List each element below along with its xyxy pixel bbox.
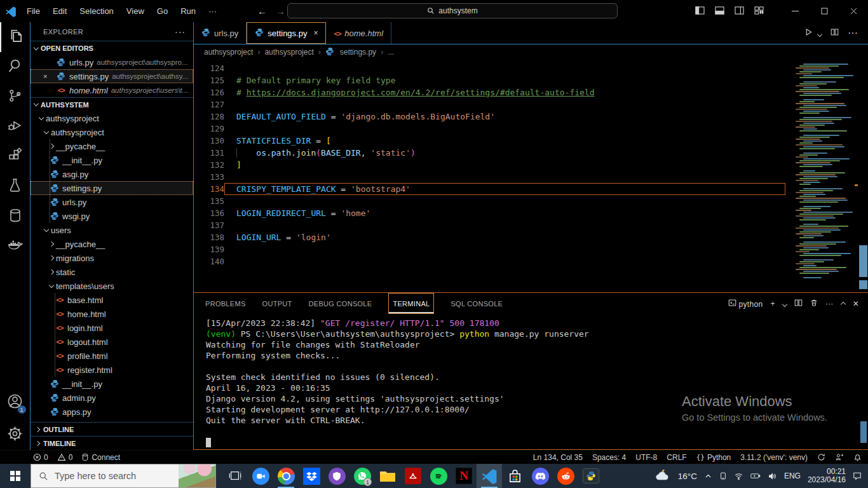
- tree-item-asgi.py[interactable]: asgi.py: [31, 167, 193, 181]
- kill-terminal-icon[interactable]: [810, 299, 818, 309]
- timeline-section[interactable]: TIMELINE: [31, 436, 193, 450]
- maximize-panel-icon[interactable]: [841, 299, 845, 308]
- status-utf-8[interactable]: UTF-8: [635, 453, 657, 462]
- activity-accounts[interactable]: 1: [0, 388, 31, 417]
- status-crlf[interactable]: CRLF: [667, 453, 686, 462]
- customize-layout-icon[interactable]: [754, 6, 764, 17]
- tree-item-logout.html[interactable]: <>logout.html: [31, 335, 193, 349]
- outline-section[interactable]: OUTLINE: [31, 422, 193, 436]
- explorer-actions-icon[interactable]: ···: [175, 27, 186, 37]
- terminal[interactable]: [15/Apr/2023 22:38:42] "GET /register/ H…: [194, 314, 868, 449]
- language-indicator[interactable]: ENG: [784, 471, 801, 480]
- tree-item-login.html[interactable]: <>login.html: [31, 321, 193, 335]
- tree-item-__pycache__[interactable]: __pycache__: [31, 139, 193, 153]
- editor-scrollbar[interactable]: [859, 245, 867, 277]
- editor-tab-home.html[interactable]: <>home.html: [326, 22, 391, 44]
- tree-item-wsgi.py[interactable]: wsgi.py: [31, 209, 193, 223]
- volume-icon[interactable]: [768, 472, 777, 480]
- tree-item-static[interactable]: static: [31, 265, 193, 279]
- new-terminal-icon[interactable]: +: [770, 299, 775, 308]
- minimap[interactable]: [796, 61, 857, 273]
- weather-icon[interactable]: [654, 468, 671, 484]
- taskbar-whatsapp[interactable]: 1: [349, 464, 375, 488]
- status-bell[interactable]: [853, 453, 862, 461]
- activity-docker[interactable]: [0, 231, 31, 261]
- phone-icon[interactable]: [719, 471, 727, 480]
- tree-item-urls.py[interactable]: urls.py: [31, 195, 193, 209]
- layout-sidebar-left-icon[interactable]: [695, 6, 705, 17]
- menu-item-selection[interactable]: Selection: [74, 4, 118, 18]
- menu-item-view[interactable]: View: [121, 4, 149, 18]
- status-braces-python[interactable]: {}Python: [696, 453, 731, 462]
- start-button[interactable]: [0, 464, 31, 488]
- panel-tab-output[interactable]: OUTPUT: [262, 293, 292, 314]
- activity-search[interactable]: [0, 52, 31, 82]
- activity-database[interactable]: [0, 201, 31, 231]
- editor-more-icon[interactable]: ···: [848, 27, 858, 39]
- tree-item-__init__.py[interactable]: __init__.py: [31, 153, 193, 167]
- split-terminal-icon[interactable]: [794, 299, 803, 309]
- panel-tab-sql-console[interactable]: SQL CONSOLE: [451, 293, 503, 314]
- taskbar-chrome[interactable]: [273, 464, 299, 488]
- close-icon[interactable]: ×: [43, 72, 47, 80]
- search-highlight-art[interactable]: [179, 464, 215, 487]
- tree-item-authsysproject[interactable]: authsysproject: [31, 111, 193, 125]
- taskbar-reddit[interactable]: [553, 464, 578, 488]
- panel-tab-debug-console[interactable]: DEBUG CONSOLE: [309, 293, 372, 314]
- close-panel-icon[interactable]: ✕: [853, 299, 859, 308]
- terminal-scrollbar[interactable]: [860, 421, 867, 443]
- taskbar-netflix[interactable]: N: [451, 464, 477, 488]
- tree-root-header[interactable]: AUTHSYSTEM: [31, 97, 193, 111]
- tree-item-admin.py[interactable]: admin.py: [31, 391, 193, 405]
- breadcrumb-item[interactable]: ...: [388, 48, 394, 57]
- tab-close-icon[interactable]: ×: [313, 29, 318, 37]
- tree-item-home.html[interactable]: <>home.html: [31, 307, 193, 321]
- nav-forward-icon[interactable]: →: [276, 6, 285, 17]
- open-editor-home.html[interactable]: <>home.htmlauthsysproject\users\t...: [31, 83, 193, 97]
- open-editor-urls.py[interactable]: urls.pyauthsysproject\authsyspro...: [31, 55, 193, 69]
- taskbar-spotify[interactable]: [426, 464, 451, 488]
- editor-tab-urls.py[interactable]: urls.py: [194, 22, 247, 44]
- tree-item-settings.py[interactable]: settings.py: [31, 181, 193, 195]
- command-search-box[interactable]: authsystem: [287, 3, 618, 18]
- menu-item-go[interactable]: Go: [152, 4, 173, 18]
- menu-item-file[interactable]: File: [22, 4, 45, 18]
- status-3.11.2[interactable]: 3.11.2 ('venv': venv): [740, 453, 808, 462]
- taskbar-task-view[interactable]: [222, 464, 248, 488]
- layout-panel-icon[interactable]: [715, 6, 724, 17]
- status-sync[interactable]: [817, 453, 825, 461]
- status-warning-0[interactable]: 0: [57, 453, 73, 462]
- tree-item-users[interactable]: users: [31, 223, 193, 237]
- activity-extensions[interactable]: [0, 142, 31, 172]
- taskbar-discord[interactable]: [527, 464, 553, 488]
- taskbar-vscode[interactable]: [477, 464, 502, 488]
- taskbar-acrobat[interactable]: [400, 464, 426, 488]
- split-editor-icon[interactable]: [831, 27, 839, 39]
- taskbar-file-explorer[interactable]: [375, 464, 400, 488]
- tree-item-authsysproject[interactable]: authsysproject: [31, 125, 193, 139]
- tree-item-templates-users[interactable]: templates\users: [31, 279, 193, 293]
- open-editors-header[interactable]: OPEN EDITORS: [31, 41, 193, 55]
- chevron-up-icon[interactable]: [704, 472, 712, 480]
- editor-tab-settings.py[interactable]: settings.py×: [247, 22, 326, 44]
- taskbar-zoom[interactable]: [248, 464, 273, 488]
- status-spaces:[interactable]: Spaces: 4: [592, 453, 626, 462]
- taskbar-python-console[interactable]: [578, 464, 604, 488]
- breadcrumb[interactable]: authsysproject›authsysproject›settings.p…: [194, 44, 868, 60]
- code-editor[interactable]: 124125# Default primary key field type12…: [194, 60, 868, 292]
- tree-item-__pycache__[interactable]: __pycache__: [31, 237, 193, 251]
- menu-item-run[interactable]: Run: [175, 4, 201, 18]
- close-button[interactable]: [839, 0, 868, 22]
- activity-explorer[interactable]: [0, 22, 31, 52]
- maximize-button[interactable]: [810, 0, 839, 22]
- breadcrumb-item[interactable]: authsysproject: [264, 48, 313, 57]
- temperature-label[interactable]: 16°C: [678, 471, 697, 481]
- battery-icon[interactable]: [750, 472, 761, 480]
- layout-sidebar-right-icon[interactable]: [735, 6, 744, 17]
- tree-item-apps.py[interactable]: apps.py: [31, 405, 193, 419]
- breadcrumb-item[interactable]: settings.py: [340, 48, 376, 57]
- activity-testing[interactable]: [0, 172, 31, 201]
- tree-item-profile.html[interactable]: <>profile.html: [31, 349, 193, 363]
- menu-item-moremoremore[interactable]: ···: [203, 4, 222, 18]
- panel-tab-problems[interactable]: PROBLEMS: [205, 293, 246, 314]
